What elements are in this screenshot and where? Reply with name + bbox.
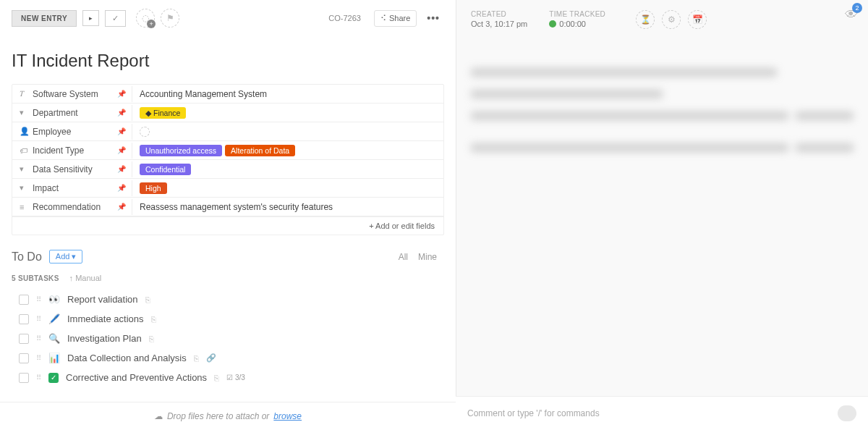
assignee-add-button[interactable]: ◌ + <box>136 9 155 28</box>
task-emoji: 🔍 <box>48 333 60 344</box>
time-tracked-value[interactable]: 0:00:00 <box>549 20 605 28</box>
dropdown-icon: ▾ <box>20 164 28 174</box>
browse-link[interactable]: browse <box>273 411 302 421</box>
field-value-recommendation[interactable]: Reassess management system's security fe… <box>132 199 443 215</box>
page-title: IT Incident Report <box>0 36 456 84</box>
field-value-data-sensitivity[interactable]: Confidential <box>132 161 443 178</box>
subtask-row[interactable]: ⠿ 📊 Data Collection and Analysis ⎘ 🔗 <box>12 348 444 368</box>
subtask-progress: ☑ 3/3 <box>226 374 245 381</box>
created-value: Oct 3, 10:17 pm <box>471 20 527 28</box>
complete-checkbox-button[interactable]: ✓ <box>105 10 126 27</box>
field-label-employee: 👤 Employee 📌 <box>12 124 132 140</box>
done-check-icon: ✓ <box>48 373 59 383</box>
custom-fields-table: 𝑇 Software System 📌 Accounting Managemen… <box>12 84 444 235</box>
link-icon: 🔗 <box>206 353 216 363</box>
sort-mode[interactable]: ↑ Manual <box>69 274 102 282</box>
task-emoji: 👀 <box>48 294 60 305</box>
field-label-incident-type: 🏷 Incident Type 📌 <box>12 143 132 159</box>
todo-heading: To Do <box>12 250 42 264</box>
filter-mine[interactable]: Mine <box>418 252 437 262</box>
field-value-impact[interactable]: High <box>132 180 443 197</box>
hierarchy-icon: ⠿ <box>36 354 41 362</box>
new-entry-dropdown[interactable]: ▸ <box>82 10 99 26</box>
estimate-button[interactable]: ⏳ <box>636 10 655 29</box>
subtask-row[interactable]: ⠿ 👀 Report validation ⎘ <box>12 290 444 309</box>
pin-icon: 📌 <box>117 146 126 154</box>
status-checkbox[interactable] <box>19 353 29 363</box>
plus-icon: + <box>147 20 156 28</box>
hierarchy-icon: ⠿ <box>36 315 41 323</box>
subtask-row[interactable]: ⠿ 🔍 Investigation Plan ⎘ <box>12 329 444 348</box>
subtask-title: Immediate actions <box>67 313 144 324</box>
pin-icon: 📌 <box>117 90 126 98</box>
dropzone-text: Drop files here to attach or <box>167 411 269 421</box>
more-menu-button[interactable]: ••• <box>422 12 444 24</box>
dropdown-icon: ▾ <box>20 108 28 117</box>
task-emoji: 📊 <box>48 353 60 363</box>
pin-icon: 📌 <box>117 203 126 211</box>
cloud-icon: ☁ <box>154 411 163 421</box>
time-tracked-label: TIME TRACKED <box>549 10 605 18</box>
dates-button[interactable]: 📅 <box>688 10 707 29</box>
flag-icon: ⚑ <box>166 13 174 23</box>
field-label-recommendation: ≡ Recommendation 📌 <box>12 199 132 215</box>
pin-icon: 📌 <box>117 127 126 135</box>
field-value-employee[interactable] <box>132 124 443 140</box>
hierarchy-icon: ⠿ <box>36 374 41 381</box>
field-label-software-system: 𝑇 Software System 📌 <box>12 86 132 102</box>
status-checkbox[interactable] <box>19 295 29 305</box>
comment-input[interactable]: Comment or type '/' for commands <box>467 408 600 418</box>
field-label-department: ▾ Department 📌 <box>12 105 132 121</box>
created-label: CREATED <box>471 10 527 18</box>
pin-icon: 📌 <box>117 165 126 173</box>
field-value-software-system[interactable]: Accounting Management System <box>132 86 443 102</box>
activity-feed-blurred <box>456 39 868 204</box>
attach-icon: ⎘ <box>194 354 199 363</box>
field-value-department[interactable]: ◆Finance <box>132 104 443 122</box>
field-value-incident-type[interactable]: Unauthorized access Alteration of Data <box>132 142 443 159</box>
new-entry-button[interactable]: NEW ENTRY <box>12 10 77 27</box>
status-checkbox[interactable] <box>19 334 29 344</box>
attach-icon: ⎘ <box>145 295 150 304</box>
subtask-title: Data Collection and Analysis <box>67 353 187 363</box>
field-label-data-sensitivity: ▾ Data Sensitivity 📌 <box>12 161 132 177</box>
eye-icon: 👁 2 <box>845 7 858 22</box>
diamond-icon: ◆ <box>145 109 151 117</box>
share-icon: ⠪ <box>380 14 386 23</box>
subtask-list: ⠿ 👀 Report validation ⎘ ⠿ 🖊️ Immediate a… <box>0 290 456 387</box>
attach-icon: ⎘ <box>151 315 156 324</box>
dropdown-icon: ▾ <box>20 183 28 193</box>
user-icon: 👤 <box>20 127 28 136</box>
subtask-row[interactable]: ⠿ 🖊️ Immediate actions ⎘ <box>12 309 444 329</box>
status-checkbox[interactable] <box>19 314 29 324</box>
status-checkbox[interactable] <box>19 373 29 383</box>
attach-icon: ⎘ <box>214 374 219 382</box>
task-id: CO-7263 <box>328 14 361 22</box>
text-icon: 𝑇 <box>20 89 28 98</box>
add-subtask-button[interactable]: Add ▾ <box>49 250 83 264</box>
field-label-impact: ▾ Impact 📌 <box>12 180 132 196</box>
send-comment-button[interactable] <box>838 405 856 421</box>
hierarchy-icon: ⠿ <box>36 334 41 342</box>
hierarchy-icon: ⠿ <box>36 295 41 303</box>
add-edit-fields-link[interactable]: + Add or edit fields <box>12 216 443 235</box>
attach-icon: ⎘ <box>149 334 154 343</box>
subtask-title: Corrective and Preventive Actions <box>66 372 207 383</box>
subtasks-count: 5 SUBTASKS <box>12 274 59 282</box>
play-icon <box>549 20 556 28</box>
notification-button[interactable]: 👁 2 <box>845 7 858 22</box>
subtask-title: Investigation Plan <box>67 333 142 344</box>
tag-icon: 🏷 <box>20 146 28 155</box>
attachment-dropzone[interactable]: ☁ Drop files here to attach or browse <box>0 402 456 430</box>
share-label: Share <box>389 14 410 22</box>
filter-all[interactable]: All <box>399 252 408 262</box>
empty-user-icon <box>140 127 150 137</box>
subtask-row[interactable]: ⠿ ✓ Corrective and Preventive Actions ⎘ … <box>12 368 444 387</box>
priority-button[interactable]: ⚑ <box>161 9 179 28</box>
sprint-button[interactable]: ⚙ <box>662 10 681 29</box>
pin-icon: 📌 <box>117 109 126 117</box>
share-button[interactable]: ⠪ Share <box>374 10 417 27</box>
task-emoji: 🖊️ <box>48 313 60 324</box>
notification-count: 2 <box>852 3 862 13</box>
subtask-title: Report validation <box>67 294 138 305</box>
